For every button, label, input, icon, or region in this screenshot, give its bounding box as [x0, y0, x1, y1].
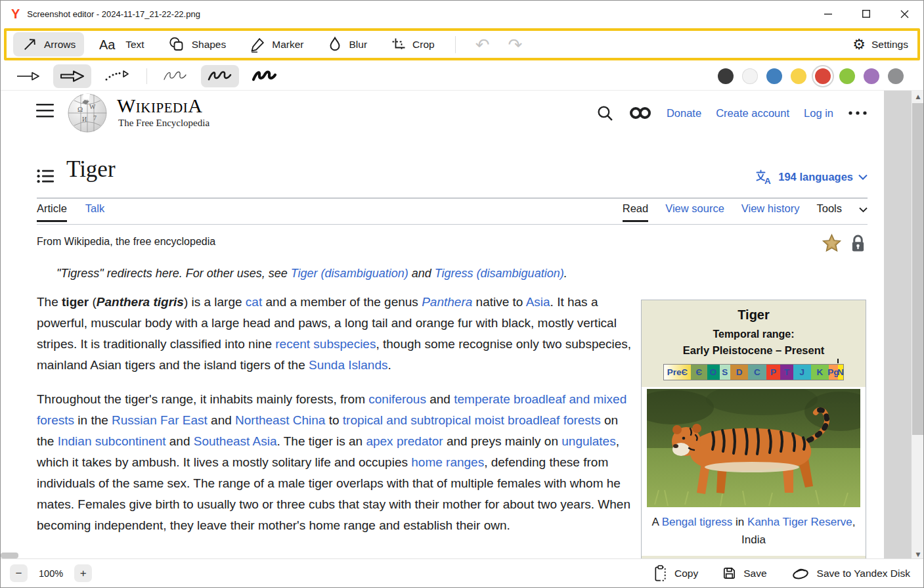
wiki-link[interactable]: Tiger (disambiguation) — [291, 267, 408, 280]
page-protection-lock-icon[interactable] — [850, 235, 866, 252]
more-options-button[interactable] — [848, 110, 868, 116]
tool-text-button[interactable]: AaText — [91, 34, 152, 56]
search-button[interactable] — [596, 104, 614, 122]
timescale-segment-PreЄ: PreЄ — [664, 365, 691, 380]
wikipedia-globe-logo[interactable]: ΩW И7 — [66, 92, 108, 134]
close-button[interactable] — [885, 1, 923, 27]
save-label: Save — [743, 568, 766, 579]
arrow-style-dotted-button[interactable] — [98, 65, 136, 87]
scroll-up-arrow-icon[interactable]: ▲ — [912, 91, 924, 102]
tab-view-history[interactable]: View history — [741, 202, 800, 222]
wiki-link[interactable]: Sunda Islands — [309, 358, 387, 372]
tab-view-source[interactable]: View source — [665, 202, 724, 222]
wiki-link[interactable]: Southeast Asia — [194, 434, 277, 448]
wiki-link[interactable]: coniferous — [368, 392, 426, 406]
text-segment: ( — [89, 295, 97, 309]
wiki-link[interactable]: home ranges — [411, 455, 484, 469]
thin-squiggle-icon — [162, 69, 188, 83]
timescale-label: J — [799, 365, 804, 380]
wiki-link[interactable]: Asia — [526, 295, 550, 309]
undo-button[interactable]: ↶ — [475, 36, 490, 53]
wiki-link[interactable]: Indian subcontinent — [58, 434, 166, 448]
toc-button[interactable] — [37, 169, 55, 184]
hamburger-icon — [36, 104, 54, 118]
text-segment: . — [387, 358, 391, 372]
tiger-photo[interactable] — [647, 389, 860, 507]
timescale-label: T — [784, 365, 789, 380]
wiki-link[interactable]: tropical and subtropical moist broadleaf… — [343, 413, 601, 427]
timescale-segment-P: P — [766, 365, 781, 380]
text-segment: The — [37, 295, 62, 309]
language-icon: A — [756, 170, 773, 185]
donate-link[interactable]: Donate — [667, 107, 701, 120]
color-swatch-red[interactable] — [815, 68, 831, 84]
line-style-thick-button[interactable] — [246, 65, 284, 87]
tool-blur-button[interactable]: Blur — [319, 32, 376, 57]
wiki-link[interactable]: Tigress (disambiguation) — [435, 267, 564, 280]
wiki-link[interactable]: apex predator — [366, 434, 443, 448]
page-status-icons — [822, 233, 866, 253]
infobox-header: Tiger Temporal range: Early Pleistocene … — [642, 300, 866, 387]
thick-squiggle-icon — [252, 69, 278, 83]
hatnote: "Tigress" redirects here. For other uses… — [56, 267, 567, 281]
color-swatch-green[interactable] — [839, 68, 855, 84]
text-segment: "Tigress" redirects here. For other uses… — [56, 267, 291, 280]
appearance-button[interactable] — [628, 106, 652, 120]
redo-button[interactable]: ↷ — [508, 36, 522, 53]
copy-button[interactable]: Copy — [653, 565, 698, 582]
wiki-link[interactable]: Bengal tigress — [662, 516, 733, 528]
wiki-link[interactable]: Panthera — [422, 295, 472, 309]
line-style-thin-button[interactable] — [156, 65, 194, 87]
wikipedia-tagline: The Free Encyclopedia — [118, 118, 209, 129]
wiki-link[interactable]: cat — [246, 295, 262, 309]
wiki-link[interactable]: Northeast China — [235, 413, 325, 427]
tool-marker-button[interactable]: Marker — [241, 32, 312, 57]
wiki-link[interactable]: Kanha Tiger Reserve — [747, 516, 852, 528]
timescale-label: P — [770, 365, 776, 380]
save-to-yandex-disk-button[interactable]: Save to Yandex Disk — [791, 566, 910, 581]
tab-tools[interactable]: Tools — [816, 202, 842, 222]
featured-star-icon[interactable] — [822, 233, 842, 253]
globe-icon: ΩW И7 — [66, 92, 108, 134]
settings-button[interactable]: ⚙ Settings — [852, 37, 908, 52]
line-style-medium-button[interactable] — [201, 65, 239, 87]
text-segment: to — [325, 413, 342, 427]
color-swatch-black[interactable] — [718, 68, 734, 84]
tool-crop-button[interactable]: Crop — [382, 33, 443, 57]
hamburger-menu-button[interactable] — [36, 104, 54, 118]
wiki-link[interactable]: recent subspecies — [275, 337, 376, 351]
wiki-link[interactable]: Russian Far East — [112, 413, 208, 427]
tool-shapes-button[interactable]: Shapes — [160, 32, 235, 57]
close-icon — [900, 10, 909, 18]
arrow-style-thin-button[interactable] — [10, 65, 47, 87]
color-swatch-gray[interactable] — [888, 68, 904, 84]
create-account-link[interactable]: Create account — [716, 107, 789, 120]
languages-button[interactable]: A 194 languages — [756, 170, 868, 185]
color-swatch-yellow[interactable] — [791, 68, 806, 84]
login-link[interactable]: Log in — [804, 107, 833, 120]
tool-arrows-button[interactable]: Arrows — [13, 32, 84, 57]
minimize-button[interactable] — [809, 1, 847, 27]
color-swatch-white[interactable] — [742, 68, 758, 84]
wiki-link[interactable]: ungulates — [561, 434, 615, 448]
text-segment: Throughout the tiger's range, it inhabit… — [37, 392, 368, 406]
tab-read[interactable]: Read — [623, 202, 648, 222]
save-button[interactable]: Save — [722, 566, 766, 581]
color-swatch-purple[interactable] — [864, 68, 879, 84]
languages-label: 194 languages — [778, 171, 853, 183]
timescale-segment-C: C — [748, 365, 766, 380]
color-swatch-blue[interactable] — [766, 68, 782, 84]
vertical-scrollbar[interactable]: ▲ ▼ — [912, 91, 924, 560]
tab-talk[interactable]: Talk — [85, 202, 104, 222]
zoom-out-button[interactable]: − — [10, 564, 28, 582]
vertical-scrollbar-thumb[interactable] — [912, 103, 924, 435]
timescale-label: N — [837, 365, 844, 380]
arrow-style-solid-button[interactable] — [53, 64, 91, 88]
tab-article[interactable]: Article — [37, 202, 67, 222]
ellipsis-icon — [848, 110, 868, 116]
zoom-in-button[interactable]: + — [74, 564, 92, 582]
clipboard-icon — [653, 565, 668, 582]
horizontal-scrollbar-thumb[interactable] — [1, 553, 18, 558]
tool-label: Shapes — [192, 39, 227, 51]
maximize-button[interactable] — [847, 1, 885, 27]
